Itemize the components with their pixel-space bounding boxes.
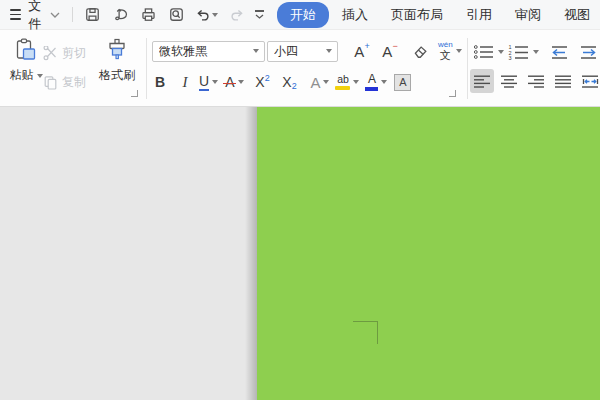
file-menu-button[interactable]: 文件 [28, 0, 46, 33]
bullets-button[interactable] [473, 41, 504, 63]
grow-font-plus: + [364, 41, 369, 51]
clear-formatting-button[interactable] [407, 40, 433, 62]
shrink-font-button[interactable]: A − [377, 40, 403, 62]
numbering-dropdown-icon[interactable] [533, 50, 539, 54]
strikethrough-glyph: A [225, 75, 234, 89]
font-name-dropdown-icon [253, 49, 259, 53]
pinyin-top-glyph: wén [438, 41, 453, 49]
character-shading-icon: A [394, 74, 411, 91]
margin-corner-mark [353, 321, 378, 344]
align-left-button[interactable] [470, 69, 494, 93]
align-right-icon [528, 75, 545, 88]
format-painter-icon [104, 37, 130, 63]
underline-dropdown-icon[interactable] [212, 80, 218, 84]
undo-icon [195, 7, 211, 23]
text-effects-glyph: A [310, 75, 320, 90]
copy-button: 复制 [43, 74, 86, 91]
font-color-button[interactable]: A [365, 71, 387, 93]
underline-button[interactable]: U [199, 71, 218, 93]
italic-button[interactable]: I [174, 71, 196, 93]
highlight-dropdown-icon[interactable] [353, 80, 359, 84]
font-size-select[interactable]: 小四 [267, 41, 338, 62]
undo-button[interactable] [195, 7, 218, 23]
align-center-icon [501, 75, 518, 88]
font-color-glyph: A [368, 73, 376, 85]
undo-dropdown-icon[interactable] [212, 13, 218, 17]
grow-font-button[interactable]: A + [349, 40, 375, 62]
numbering-button[interactable]: 1 2 3 [508, 41, 539, 63]
font-dialog-launcher[interactable] [449, 90, 456, 97]
group-separator [146, 38, 147, 99]
svg-text:3: 3 [509, 55, 512, 60]
document-page[interactable] [257, 107, 600, 400]
chevron-down-icon[interactable] [50, 12, 60, 18]
highlight-icon: ab [335, 74, 350, 91]
tab-view[interactable]: 视图 [554, 2, 600, 28]
cut-button: 剪切 [43, 45, 86, 62]
decrease-indent-icon [550, 45, 568, 60]
justify-button[interactable] [551, 69, 575, 93]
print-preview-icon[interactable] [167, 5, 186, 24]
align-center-button[interactable] [497, 69, 521, 93]
text-effects-button[interactable]: A [310, 71, 329, 93]
tab-review[interactable]: 审阅 [505, 2, 551, 28]
subscript-button[interactable]: X 2 [277, 71, 301, 93]
pinyin-dropdown-icon [456, 49, 462, 53]
distribute-button[interactable] [578, 69, 600, 93]
superscript-glyph: X [255, 75, 264, 89]
text-effects-dropdown-icon[interactable] [323, 80, 329, 84]
increase-indent-button[interactable] [577, 41, 600, 63]
shrink-font-glyph: A [382, 44, 392, 59]
tab-references[interactable]: 引用 [456, 2, 502, 28]
character-shading-glyph: A [399, 76, 406, 88]
paste-label: 粘贴 [10, 67, 34, 84]
eraser-icon [412, 43, 429, 60]
underline-glyph: U [199, 74, 209, 91]
font-color-dropdown-icon[interactable] [381, 80, 387, 84]
clipboard-dialog-launcher[interactable] [131, 90, 138, 97]
strikethrough-button[interactable]: A [225, 71, 244, 93]
italic-glyph: I [183, 75, 188, 90]
copy-label: 复制 [62, 74, 86, 91]
tab-page-layout[interactable]: 页面布局 [381, 2, 453, 28]
cut-label: 剪切 [62, 45, 86, 62]
format-painter-button[interactable]: 格式刷 [92, 37, 142, 84]
font-size-dropdown-icon [326, 49, 332, 53]
increase-indent-icon [580, 45, 598, 60]
customize-toolbar-icon[interactable] [255, 10, 264, 18]
export-icon[interactable] [111, 5, 130, 24]
paste-dropdown-icon[interactable] [37, 74, 43, 78]
bullets-dropdown-icon[interactable] [498, 50, 504, 54]
main-menu-icon[interactable] [10, 9, 21, 20]
font-color-icon: A [365, 73, 378, 91]
wps-writer-window: 文件 [0, 0, 600, 400]
paste-icon [13, 37, 39, 63]
bold-button[interactable]: B [149, 71, 171, 93]
redo-icon [227, 5, 246, 24]
pinyin-guide-button[interactable]: wén 文 [438, 40, 462, 62]
bullets-icon [473, 44, 494, 60]
save-icon[interactable] [83, 5, 102, 24]
page-shadow [245, 107, 257, 400]
tab-home[interactable]: 开始 [277, 2, 329, 28]
quick-access-toolbar [83, 5, 264, 24]
ribbon-tabs: 开始 插入 页面布局 引用 审阅 视图 [277, 2, 600, 28]
subscript-glyph: X [282, 75, 291, 89]
justify-icon [555, 75, 572, 88]
print-icon[interactable] [139, 5, 158, 24]
superscript-button[interactable]: X 2 [250, 71, 274, 93]
tab-insert[interactable]: 插入 [332, 2, 378, 28]
superscript-mark: 2 [265, 73, 270, 83]
align-right-button[interactable] [524, 69, 548, 93]
paste-button[interactable]: 粘贴 [4, 37, 48, 84]
strikethrough-dropdown-icon[interactable] [238, 80, 244, 84]
highlight-button[interactable]: ab [335, 71, 359, 93]
distribute-icon [582, 75, 599, 88]
shrink-font-minus: − [392, 41, 397, 51]
decrease-indent-button[interactable] [547, 41, 571, 63]
character-shading-button[interactable]: A [394, 71, 411, 93]
pinyin-icon: wén 文 [438, 41, 453, 61]
bold-glyph: B [155, 75, 165, 89]
pinyin-bottom-glyph: 文 [440, 50, 451, 61]
font-name-select[interactable]: 微软雅黑 [152, 41, 265, 62]
